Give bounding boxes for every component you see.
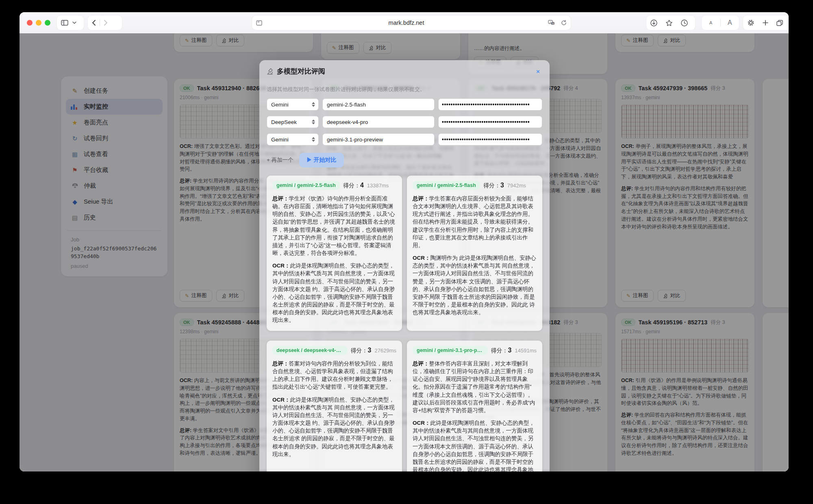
- translate-icon[interactable]: A文: [546, 15, 557, 30]
- close-window-button[interactable]: [27, 20, 33, 26]
- select-stepper-icon: [312, 137, 315, 142]
- result-score: 得分：3: [483, 182, 504, 189]
- minimize-window-button[interactable]: [36, 20, 41, 26]
- result-score: 得分：3: [491, 347, 512, 354]
- close-icon[interactable]: ×: [534, 67, 542, 76]
- model-badge: deepseek / deepseek-v4-pro: [272, 346, 348, 355]
- reload-icon[interactable]: [557, 15, 571, 30]
- tab-overview-icon[interactable]: [772, 15, 787, 30]
- page-actions-group: [646, 15, 695, 30]
- provider-select-value: Gemini: [271, 102, 289, 108]
- model-name-input[interactable]: [322, 133, 435, 146]
- ocr-text: OCR：陶渊明作为 此诗是体现陶渊明自然、安静心态的类型，其中的恬淡朴素气质与其…: [413, 254, 537, 316]
- new-tab-plus-icon[interactable]: [759, 15, 772, 30]
- summary-text: 总评：答案对诗句内容作用的分析较为到位，能结合自然意境、心远哲学和具象表现，但遗…: [272, 360, 396, 391]
- api-key-dots: ••••••••••••••••••••••••••••••••••••••••: [442, 136, 530, 143]
- modal-subtitle: 选择其他模型对同一张试卷图片进行对比评阅，结果仅展示不提交。: [267, 86, 542, 93]
- sidebar-toggle-group: [57, 15, 84, 30]
- api-key-input[interactable]: ••••••••••••••••••••••••••••••••••••••••: [438, 133, 542, 146]
- model-row: Gemini •••••••••••••••••••••••••••••••••…: [267, 133, 542, 146]
- desktop-background: mark.bdfz.net A文 A A: [0, 0, 813, 504]
- provider-select-value: Gemini: [271, 137, 289, 143]
- provider-select[interactable]: Gemini: [267, 133, 319, 146]
- api-key-input[interactable]: ••••••••••••••••••••••••••••••••••••••••: [438, 116, 542, 128]
- summary-text: 总评：学生对《饮酒》诗句的作用分析全面而准确。在内容层面，清晰地指出了诗句如何展…: [272, 195, 396, 257]
- summary-text: 总评：学生答案在内容层面分析较为全面，能够结合文本对陶渊明的人生境界、心远哲思及…: [413, 195, 537, 249]
- browser-window: mark.bdfz.net A文 A A: [20, 12, 789, 471]
- modal-title: 多模型对比评阅: [277, 67, 325, 76]
- increase-text-size-button[interactable]: A: [721, 15, 739, 30]
- page-settings-icon[interactable]: [252, 15, 266, 30]
- sidebar-toggle-icon[interactable]: [57, 15, 72, 30]
- address-bar[interactable]: mark.bdfz.net A文: [252, 15, 571, 30]
- history-clock-icon[interactable]: [677, 15, 692, 30]
- result-latency: 14591ms: [515, 348, 537, 354]
- modal-header: 多模型对比评阅 ×: [267, 67, 542, 76]
- result-latency: 13387ms: [367, 182, 389, 189]
- model-name-input[interactable]: [322, 98, 435, 111]
- bookmark-star-icon[interactable]: [661, 15, 677, 30]
- back-button[interactable]: [88, 15, 100, 30]
- result-score: 得分：3: [351, 347, 372, 354]
- settings-gear-icon[interactable]: [743, 15, 759, 30]
- ocr-text: OCR：此诗是体现陶渊明自然、安静心态的类型，其中的恬淡朴素气质与其 间自然意境…: [272, 396, 396, 458]
- add-model-link[interactable]: + 再加一个: [267, 156, 293, 164]
- model-badge: gemini / gemini-2.5-flash: [413, 181, 480, 190]
- browser-toolbar: mark.bdfz.net A文 A A: [20, 12, 789, 34]
- start-compare-button[interactable]: ▶ 开始对比: [299, 153, 344, 167]
- compare-modal: 多模型对比评阅 × 选择其他模型对同一张试卷图片进行对比评阅，结果仅展示不提交。…: [259, 60, 550, 471]
- result-body: 总评：答案对诗句内容作用的分析较为到位，能结合自然意境、心远哲学和具象表现，但遗…: [272, 360, 396, 458]
- api-key-dots: ••••••••••••••••••••••••••••••••••••••••: [442, 101, 530, 108]
- result-body: 总评：学生答案在内容层面分析较为全面，能够结合文本对陶渊明的人生境界、心远哲思及…: [413, 195, 537, 316]
- result-card: gemini / gemini-3.1-pro-preview得分：314591…: [407, 341, 542, 471]
- result-latency: 7942ms: [507, 182, 526, 189]
- result-latency: 27629ms: [375, 348, 396, 354]
- page-content: ✎创建任务 实时监控 ★卷面亮点 ↻试卷回判 ▦试卷查看 ⚑平台收藏 仲裁 ◆S…: [20, 33, 789, 471]
- window-actions-group: [743, 15, 789, 30]
- ocr-text: OCR：此诗是体现陶渊明自然、安静心态的类型，其中的恬淡朴素气质与其 间自然意境…: [272, 262, 396, 324]
- decrease-text-size-button[interactable]: A: [702, 15, 720, 30]
- nav-buttons-group: [88, 15, 122, 30]
- model-badge: gemini / gemini-2.5-flash: [272, 181, 340, 190]
- model-badge: gemini / gemini-3.1-pro-preview: [413, 346, 488, 355]
- result-card: gemini / gemini-2.5-flash得分：37942ms 总评：学…: [407, 176, 542, 331]
- downloads-icon[interactable]: [646, 15, 661, 30]
- microscope-icon: [267, 68, 274, 75]
- api-key-input[interactable]: ••••••••••••••••••••••••••••••••••••••••: [438, 98, 542, 111]
- model-row: Gemini •••••••••••••••••••••••••••••••••…: [267, 98, 542, 111]
- url-text[interactable]: mark.bdfz.net: [266, 20, 546, 26]
- model-name-input[interactable]: [322, 116, 435, 128]
- result-card: gemini / gemini-2.5-flash得分：413387ms 总评：…: [267, 176, 402, 331]
- select-stepper-icon: [312, 119, 315, 124]
- svg-text:A: A: [550, 21, 551, 24]
- forward-button[interactable]: [100, 15, 112, 30]
- svg-text:文: 文: [552, 22, 554, 25]
- provider-select[interactable]: Gemini: [267, 98, 319, 111]
- provider-select-value: DeepSeek: [271, 119, 297, 125]
- modal-actions: + 再加一个 ▶ 开始对比: [267, 153, 542, 167]
- ocr-text: OCR：此诗是体现陶渊明自然、安静心态的典型，其中的恬淡朴素气质与其间自然意境，…: [413, 419, 537, 471]
- provider-select[interactable]: DeepSeek: [267, 116, 319, 128]
- result-body: 总评：整体作答内容丰富且深刻，对文本理解到位，准确抓住了引用诗句在内容上的三重作…: [413, 360, 537, 471]
- summary-text: 总评：整体作答内容丰富且深刻，对文本理解到位，准确抓住了引用诗句在内容上的三重作…: [413, 360, 537, 414]
- result-card: deepseek / deepseek-v4-pro得分：327629ms 总评…: [267, 341, 402, 471]
- select-stepper-icon: [312, 102, 315, 107]
- result-score: 得分：4: [343, 182, 364, 189]
- model-row: DeepSeek •••••••••••••••••••••••••••••••…: [267, 116, 542, 128]
- result-body: 总评：学生对《饮酒》诗句的作用分析全面而准确。在内容层面，清晰地指出了诗句如何展…: [272, 195, 396, 324]
- text-size-group: A A: [702, 15, 739, 30]
- results-grid: gemini / gemini-2.5-flash得分：413387ms 总评：…: [267, 176, 542, 471]
- sidebar-menu-chevron-icon[interactable]: [72, 15, 80, 30]
- api-key-dots: ••••••••••••••••••••••••••••••••••••••••: [442, 119, 530, 125]
- zoom-window-button[interactable]: [45, 20, 50, 26]
